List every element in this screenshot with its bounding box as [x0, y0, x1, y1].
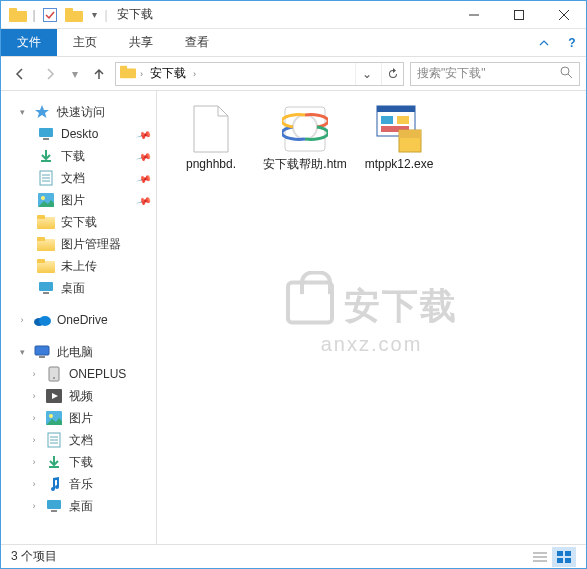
chevron-right-icon[interactable]: › [29, 369, 39, 379]
sidebar-item[interactable]: 文档📌 [1, 167, 156, 189]
item-label: 文档 [61, 170, 85, 187]
qat-dropdown[interactable]: ▾ [87, 4, 101, 26]
sidebar-item[interactable]: 图片📌 [1, 189, 156, 211]
sidebar-item[interactable]: 安下载 [1, 211, 156, 233]
icons-view-button[interactable] [552, 547, 576, 567]
chevron-right-icon[interactable]: › [29, 501, 39, 511]
file-item[interactable]: 安下载帮助.htm [261, 103, 349, 173]
pin-icon: 📌 [136, 192, 152, 208]
breadcrumb-sep[interactable]: › [140, 69, 143, 79]
svg-rect-40 [47, 500, 61, 509]
help-button[interactable]: ? [558, 29, 586, 56]
chevron-right-icon[interactable]: › [29, 413, 39, 423]
svg-point-26 [39, 316, 51, 326]
item-label: 音乐 [69, 476, 93, 493]
item-label: 图片 [61, 192, 85, 209]
address-bar[interactable]: › 安下载 › ⌄ [115, 62, 404, 86]
file-icon [185, 103, 237, 155]
sidebar-item[interactable]: ›视频 [1, 385, 156, 407]
breadcrumb-item[interactable]: 安下载 [147, 65, 189, 82]
maximize-button[interactable] [496, 1, 541, 29]
item-icon [45, 365, 63, 383]
sidebar-item[interactable]: 桌面 [1, 277, 156, 299]
window-title: 安下载 [117, 6, 153, 23]
svg-line-12 [568, 74, 572, 78]
back-button[interactable] [7, 61, 33, 87]
file-item[interactable]: pnghhbd. [167, 103, 255, 173]
navigation-pane[interactable]: ▾ 快速访问 Deskto📌下载📌文档📌图片📌安下载图片管理器未上传桌面 › O… [1, 91, 157, 544]
breadcrumb-root-icon[interactable] [120, 65, 136, 82]
svg-rect-14 [39, 128, 53, 137]
svg-rect-6 [514, 10, 523, 19]
chevron-right-icon[interactable]: › [29, 457, 39, 467]
chevron-right-icon[interactable]: › [17, 315, 27, 325]
sidebar-item[interactable]: 未上传 [1, 255, 156, 277]
watermark: 安下载 anxz.com [286, 280, 458, 355]
qat-folder-icon [7, 4, 29, 26]
onedrive-icon [33, 311, 51, 329]
search-placeholder: 搜索"安下载" [417, 65, 560, 82]
file-item[interactable]: mtppk12.exe [355, 103, 443, 173]
address-dropdown[interactable]: ⌄ [355, 63, 377, 85]
item-label: 桌面 [61, 280, 85, 297]
svg-point-34 [49, 414, 53, 418]
sidebar-onedrive[interactable]: › OneDrive [1, 309, 156, 331]
refresh-button[interactable] [381, 63, 403, 85]
history-dropdown[interactable]: ▾ [67, 61, 83, 87]
item-icon [45, 497, 63, 515]
sidebar-item[interactable]: ›音乐 [1, 473, 156, 495]
svg-rect-56 [557, 558, 563, 563]
pin-icon: 📌 [136, 126, 152, 142]
item-label: 视频 [69, 388, 93, 405]
up-button[interactable] [87, 61, 111, 87]
tab-share[interactable]: 共享 [113, 29, 169, 56]
file-name: mtppk12.exe [365, 157, 434, 173]
chevron-down-icon[interactable]: ▾ [17, 107, 27, 117]
tab-view[interactable]: 查看 [169, 29, 225, 56]
svg-rect-41 [51, 510, 57, 512]
file-list[interactable]: pnghhbd.安下载帮助.htmmtppk12.exe 安下载 anxz.co… [157, 91, 586, 544]
item-label: ONEPLUS [69, 367, 126, 381]
quick-access-label: 快速访问 [57, 104, 105, 121]
chevron-down-icon[interactable]: ▾ [17, 347, 27, 357]
minimize-button[interactable] [451, 1, 496, 29]
ribbon-expand-button[interactable] [530, 29, 558, 56]
sidebar-item[interactable]: ›文档 [1, 429, 156, 451]
svg-rect-45 [377, 106, 415, 112]
svg-rect-4 [65, 8, 73, 13]
sidebar-item[interactable]: ›ONEPLUS [1, 363, 156, 385]
pc-icon [33, 343, 51, 361]
qat-checkbox[interactable] [39, 4, 61, 26]
tab-file[interactable]: 文件 [1, 29, 57, 56]
sidebar-item[interactable]: ›桌面 [1, 495, 156, 517]
quick-access-icon [33, 103, 51, 121]
svg-rect-2 [44, 8, 57, 21]
svg-rect-27 [35, 346, 49, 355]
details-view-button[interactable] [528, 547, 552, 567]
search-box[interactable]: 搜索"安下载" [410, 62, 580, 86]
chevron-right-icon[interactable]: › [29, 479, 39, 489]
sidebar-quick-access[interactable]: ▾ 快速访问 [1, 101, 156, 123]
sidebar-item[interactable]: 下载📌 [1, 145, 156, 167]
pin-icon: 📌 [136, 170, 152, 186]
chevron-right-icon[interactable]: › [29, 435, 39, 445]
item-icon [37, 213, 55, 231]
sidebar-item[interactable]: Deskto📌 [1, 123, 156, 145]
qat-folder2-icon[interactable] [63, 4, 85, 26]
svg-rect-55 [565, 551, 571, 556]
svg-rect-46 [381, 116, 393, 124]
item-icon [45, 387, 63, 405]
svg-point-30 [53, 377, 55, 379]
forward-button[interactable] [37, 61, 63, 87]
file-icon [373, 103, 425, 155]
sidebar-item[interactable]: 图片管理器 [1, 233, 156, 255]
sidebar-item[interactable]: ›图片 [1, 407, 156, 429]
chevron-right-icon[interactable]: › [29, 391, 39, 401]
item-label: 桌面 [69, 498, 93, 515]
close-button[interactable] [541, 1, 586, 29]
tab-home[interactable]: 主页 [57, 29, 113, 56]
status-text: 3 个项目 [11, 548, 57, 565]
sidebar-this-pc[interactable]: ▾ 此电脑 [1, 341, 156, 363]
breadcrumb-sep2[interactable]: › [193, 69, 196, 79]
sidebar-item[interactable]: ›下载 [1, 451, 156, 473]
